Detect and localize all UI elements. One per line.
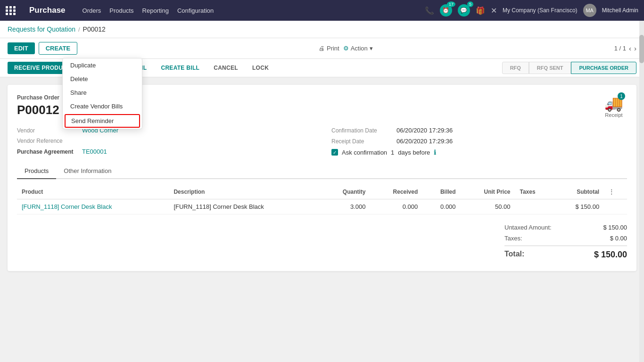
nav-reporting[interactable]: Reporting <box>142 7 169 14</box>
nav-configuration[interactable]: Configuration <box>177 7 214 14</box>
receipt-indicator[interactable]: 🚚 1 Receipt <box>604 94 623 127</box>
taxes-row: Taxes: $ 0.00 <box>504 233 627 244</box>
dropdown-create-vendor-bills[interactable]: Create Vendor Bills <box>63 99 142 113</box>
col-billed: Billed <box>422 185 460 199</box>
pipeline-rfq[interactable]: RFQ <box>502 62 529 74</box>
col-quantity: Quantity <box>321 185 371 199</box>
grand-total-row: Total: $ 150.00 <box>504 246 627 262</box>
user-name: Mitchell Admin <box>602 7 638 14</box>
chevron-down-icon: ▾ <box>370 45 373 52</box>
pagination-prev[interactable]: ‹ <box>629 44 631 52</box>
taxes-value: $ 0.00 <box>610 235 627 242</box>
product-link[interactable]: [FURN_1118] Corner Desk Black <box>22 203 112 210</box>
edit-button[interactable]: EDIT <box>8 42 35 54</box>
untaxed-amount-row: Untaxed Amount: $ 150.00 <box>504 222 627 233</box>
cell-row-options <box>604 199 627 214</box>
pipeline-rfq-sent[interactable]: RFQ SENT <box>529 62 571 74</box>
products-table: Product Description Quantity Received Bi… <box>17 185 627 214</box>
scrollbar-track[interactable] <box>639 21 644 279</box>
col-unit-price: Unit Price <box>461 185 515 199</box>
dropdown-delete[interactable]: Delete <box>63 72 142 86</box>
create-button[interactable]: CREATE <box>39 42 77 55</box>
ask-confirmation-label: Ask confirmation <box>342 149 387 156</box>
scrollbar-thumb[interactable] <box>639 35 644 63</box>
tab-products[interactable]: Products <box>17 164 56 179</box>
dropdown-duplicate[interactable]: Duplicate <box>63 58 142 72</box>
totals-table: Untaxed Amount: $ 150.00 Taxes: $ 0.00 T… <box>504 222 627 262</box>
app-grid-icon[interactable] <box>6 6 16 15</box>
ask-confirmation-suffix: days before <box>398 149 430 156</box>
status-pipeline: RFQ RFQ SENT PURCHASE ORDER <box>502 62 636 74</box>
info-icon[interactable]: ℹ <box>434 148 436 156</box>
cell-product: [FURN_1118] Corner Desk Black <box>17 199 169 214</box>
totals-section: Untaxed Amount: $ 150.00 Taxes: $ 0.00 T… <box>17 222 627 262</box>
create-bill-button[interactable]: CREATE BILL <box>156 62 204 74</box>
action-button[interactable]: ⚙ Action ▾ <box>343 45 373 52</box>
col-description: Description <box>169 185 321 199</box>
ask-confirmation-field: ✓ Ask confirmation 1 days before ℹ <box>331 148 627 156</box>
nav-orders[interactable]: Orders <box>83 7 101 14</box>
purchase-agreement-value[interactable]: TE00001 <box>82 148 107 155</box>
tab-other-information[interactable]: Other Information <box>56 164 119 179</box>
receipt-label: Receipt <box>605 112 622 118</box>
cell-subtotal: $ 150.00 <box>553 199 604 214</box>
breadcrumb-separator: / <box>78 26 80 33</box>
tabs-bar: Products Other Information <box>17 164 627 179</box>
cell-description: [FURN_1118] Corner Desk Black <box>169 199 321 214</box>
untaxed-value: $ 150.00 <box>603 224 627 231</box>
breadcrumb: Requests for Quotation / P00012 <box>0 21 644 38</box>
print-icon: 🖨 <box>319 45 325 52</box>
taxes-label: Taxes: <box>504 235 522 242</box>
doc-number: P00012 <box>17 103 59 117</box>
breadcrumb-parent[interactable]: Requests for Quotation <box>8 25 75 33</box>
gear-icon: ⚙ <box>343 45 349 52</box>
nav-links: Orders Products Reporting Configuration <box>83 7 415 14</box>
table-row: [FURN_1118] Corner Desk Black [FURN_1118… <box>17 199 627 214</box>
col-options: ⋮ <box>604 185 627 199</box>
col-taxes: Taxes <box>515 185 553 199</box>
dropdown-share[interactable]: Share <box>63 86 142 99</box>
purchase-agreement-field: Purchase Agreement TE00001 <box>17 148 313 155</box>
table-options-icon[interactable]: ⋮ <box>609 189 614 195</box>
close-icon[interactable]: ✕ <box>491 6 497 15</box>
fields-row: Vendor Wood Corner Vendor Reference Purc… <box>17 127 627 156</box>
col-received: Received <box>370 185 422 199</box>
ask-confirmation-checkbox[interactable]: ✓ <box>331 149 338 156</box>
app-name: Purchase <box>29 6 66 15</box>
toolbar: EDIT CREATE 🖨 Print ⚙ Action ▾ Duplicate… <box>0 38 644 59</box>
pipeline-purchase-order[interactable]: PURCHASE ORDER <box>571 62 636 74</box>
nav-products[interactable]: Products <box>109 7 133 14</box>
cancel-button[interactable]: CANCEL <box>209 62 243 74</box>
total-value: $ 150.00 <box>594 250 627 260</box>
col-product: Product <box>17 185 169 199</box>
avatar[interactable]: MA <box>583 4 596 17</box>
vendor-field: Vendor Wood Corner <box>17 127 313 134</box>
total-label: Total: <box>504 250 524 260</box>
nav-right: 📞 ⏰ 17 💬 5 🎁 ✕ My Company (San Francisco… <box>425 4 638 17</box>
cell-taxes <box>515 199 553 214</box>
vendor-reference-field: Vendor Reference <box>17 138 313 144</box>
print-button[interactable]: 🖨 Print <box>319 45 339 52</box>
receipt-count-badge: 1 <box>618 92 625 100</box>
cell-billed: 0.000 <box>422 199 460 214</box>
gift-icon[interactable]: 🎁 <box>476 6 485 15</box>
messages-badge: 5 <box>467 1 473 7</box>
action-dropdown: Duplicate Delete Share Create Vendor Bil… <box>62 58 142 129</box>
messages-icon[interactable]: 💬 5 <box>458 4 470 16</box>
table-header-row: Product Description Quantity Received Bi… <box>17 185 627 199</box>
dropdown-send-reminder[interactable]: Send Reminder <box>65 114 140 128</box>
activity-icon[interactable]: ⏰ 17 <box>440 4 452 16</box>
phone-icon[interactable]: 📞 <box>425 6 434 15</box>
lock-button[interactable]: LOCK <box>248 62 273 74</box>
pagination-next[interactable]: › <box>634 44 636 52</box>
confirmation-date-value: 06/20/2020 17:29:36 <box>396 127 453 134</box>
left-fields: Vendor Wood Corner Vendor Reference Purc… <box>17 127 313 156</box>
pagination: 1 / 1 ‹ › <box>614 44 636 52</box>
col-subtotal: Subtotal <box>553 185 604 199</box>
confirmation-date-label: Confirmation Date <box>331 127 393 134</box>
top-navigation: Purchase Orders Products Reporting Confi… <box>0 0 644 21</box>
doc-type-label: Purchase Order <box>17 94 59 101</box>
vendor-reference-label: Vendor Reference <box>17 138 78 144</box>
confirmation-date-field: Confirmation Date 06/20/2020 17:29:36 <box>331 127 627 134</box>
receipt-date-label: Receipt Date <box>331 138 393 145</box>
